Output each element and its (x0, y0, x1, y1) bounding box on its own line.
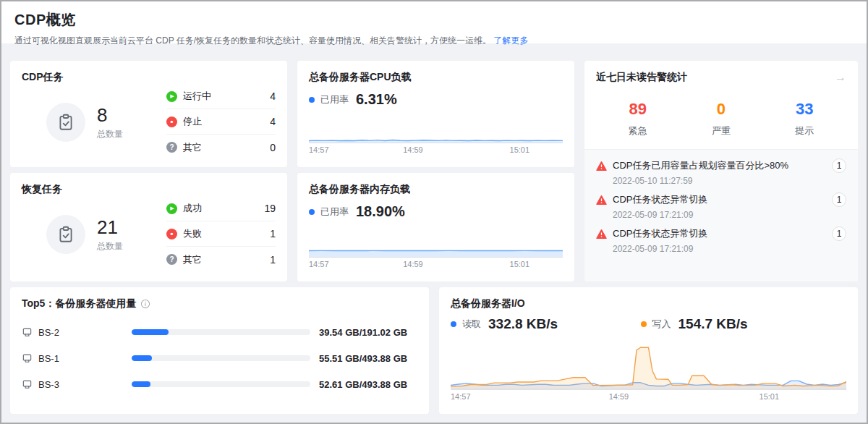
memory-load-chart (309, 224, 563, 258)
stat-info-label: 提示 (763, 124, 846, 137)
x-tick: 14:57 (309, 145, 329, 154)
server-usage-row: BS-1 55.51 GB/493.88 GB (22, 345, 417, 371)
recovery-tasks-title: 恢复任务 (22, 183, 276, 196)
server-name: BS-3 (38, 379, 59, 390)
alert-timestamp: 2022-05-09 17:21:09 (613, 244, 846, 254)
write-legend-dot-icon (641, 321, 647, 327)
usage-progress-bar (132, 355, 310, 361)
clipboard-check-icon (46, 103, 85, 142)
status-label: 停止 (183, 115, 270, 128)
cpu-chart-x-axis: 14:57 14:59 15:01 (309, 145, 563, 157)
stat-critical-value: 89 (596, 100, 679, 119)
alert-item[interactable]: CDP任务状态异常切换 1 2022-05-09 17:21:09 (596, 192, 846, 220)
status-label: 失败 (183, 227, 270, 240)
server-usage-row: BS-3 52.61 GB/493.88 GB (22, 371, 417, 397)
usage-progress-bar (132, 329, 310, 335)
dashboard-body: CDP任务 8 总数量 (1, 43, 867, 423)
stat-major-label: 严重 (679, 124, 762, 137)
cdp-tasks-card: CDP任务 8 总数量 (10, 61, 287, 167)
cpu-load-card: 总备份服务器CPU负载 已用率 6.31% 14:57 14:59 15:01 (297, 61, 574, 167)
usage-text: 55.51 GB/493.88 GB (310, 353, 417, 364)
running-status-icon: ▶ (166, 91, 177, 102)
failed-status-icon: ■ (166, 229, 177, 239)
usage-progress-fill (132, 355, 152, 361)
usage-progress-fill (132, 329, 169, 335)
arrow-right-icon[interactable]: → (835, 72, 846, 83)
read-legend-dot-icon (451, 321, 456, 327)
cdp-status-list: ▶ 运行中 4 ■ 停止 4 ? 其它 0 (166, 84, 276, 160)
write-legend-label: 写入 (652, 318, 671, 331)
top5-title: Top5：备份服务器使用量 (22, 297, 136, 310)
status-label: 运行中 (183, 90, 270, 103)
alert-item[interactable]: CDP任务已用容量占规划容量百分比>80% 1 2022-05-10 11:27… (596, 158, 846, 186)
memory-load-card: 总备份服务器内存负载 已用率 18.90% 14:57 14:59 15:01 (297, 173, 574, 281)
alert-count-badge: 1 (832, 192, 846, 207)
cpu-usage-value: 6.31% (356, 91, 397, 108)
clipboard-check-icon (46, 215, 85, 254)
status-row-success: ▶ 成功 19 (166, 196, 276, 221)
memory-legend-label: 已用率 (320, 205, 349, 219)
question-status-icon: ? (166, 254, 177, 265)
cpu-legend-label: 已用率 (320, 93, 349, 106)
usage-text: 39.54 GB/191.02 GB (310, 327, 417, 338)
success-status-icon: ▶ (166, 203, 177, 214)
status-row-other: ? 其它 1 (166, 247, 276, 272)
alert-timestamp: 2022-05-09 17:21:09 (613, 210, 846, 220)
x-tick: 14:59 (403, 145, 423, 154)
status-label: 其它 (183, 253, 270, 266)
cpu-load-title: 总备份服务器CPU负载 (309, 71, 563, 84)
status-value: 19 (264, 203, 276, 214)
warning-triangle-icon (596, 161, 607, 171)
server-name: BS-1 (38, 353, 59, 364)
status-value: 4 (270, 90, 276, 102)
memory-chart-x-axis: 14:57 14:59 15:01 (309, 260, 563, 271)
status-row-stopped: ■ 停止 4 (166, 109, 276, 135)
top5-rows: BS-2 39.54 GB/191.02 GB (22, 319, 417, 397)
x-tick: 14:59 (609, 392, 629, 401)
status-value: 1 (270, 254, 276, 266)
status-row-other: ? 其它 0 (166, 135, 276, 160)
cpu-load-chart (309, 110, 563, 143)
alert-title: CDP任务状态异常切换 (613, 227, 826, 240)
memory-legend-dot-icon (309, 209, 315, 215)
cdp-tasks-total-label: 总数量 (97, 128, 123, 140)
x-tick: 14:57 (309, 260, 329, 268)
warning-triangle-icon (596, 195, 607, 205)
alert-timestamp: 2022-05-10 11:27:59 (613, 176, 846, 186)
x-tick: 15:01 (510, 145, 530, 154)
memory-load-title: 总备份服务器内存负载 (309, 183, 563, 196)
status-row-running: ▶ 运行中 4 (166, 84, 276, 109)
io-card: 总备份服务器I/O 读取 332.8 KB/s 写入 154.7 KB/s (439, 287, 858, 414)
status-label: 其它 (183, 141, 270, 154)
server-usage-row: BS-2 39.54 GB/191.02 GB (22, 319, 417, 345)
alerts-card: 近七日未读告警统计 → 89 紧急 0 严重 33 提示 (584, 61, 858, 281)
stat-info-value: 33 (763, 100, 846, 119)
x-tick: 14:57 (451, 392, 471, 401)
recovery-status-list: ▶ 成功 19 ■ 失败 1 ? 其它 1 (166, 196, 276, 272)
status-value: 0 (270, 142, 276, 153)
stat-major-value: 0 (679, 100, 762, 119)
recovery-tasks-card: 恢复任务 21 总数量 (10, 173, 287, 281)
learn-more-link[interactable]: 了解更多 (493, 35, 528, 46)
warning-triangle-icon (596, 229, 607, 239)
status-row-failed: ■ 失败 1 (166, 221, 276, 247)
alert-count-badge: 1 (832, 226, 846, 241)
x-tick: 15:01 (760, 392, 780, 401)
info-icon[interactable] (140, 299, 150, 309)
alert-count-badge: 1 (832, 158, 846, 173)
page-title: CDP概览 (14, 10, 854, 30)
stat-major: 0 严重 (679, 100, 762, 137)
alert-item[interactable]: CDP任务状态异常切换 1 2022-05-09 17:21:09 (596, 226, 846, 254)
write-value: 154.7 KB/s (678, 316, 748, 332)
recovery-tasks-total-label: 总数量 (97, 240, 123, 253)
dashboard-root: CDP概览 通过可视化视图直观展示当前云平台 CDP 任务/恢复任务的数量和状态… (0, 0, 868, 424)
io-legend-row: 读取 332.8 KB/s 写入 154.7 KB/s (451, 316, 846, 332)
cdp-tasks-title: CDP任务 (22, 71, 276, 84)
stat-critical: 89 紧急 (596, 100, 679, 137)
io-chart (451, 345, 846, 390)
page-header: CDP概览 通过可视化视图直观展示当前云平台 CDP 任务/恢复任务的数量和状态… (1, 1, 867, 43)
top5-usage-card: Top5：备份服务器使用量 BS-2 (10, 287, 429, 414)
alert-stats: 89 紧急 0 严重 33 提示 (596, 100, 846, 137)
x-tick: 14:59 (403, 260, 423, 268)
usage-text: 52.61 GB/493.88 GB (310, 379, 417, 390)
